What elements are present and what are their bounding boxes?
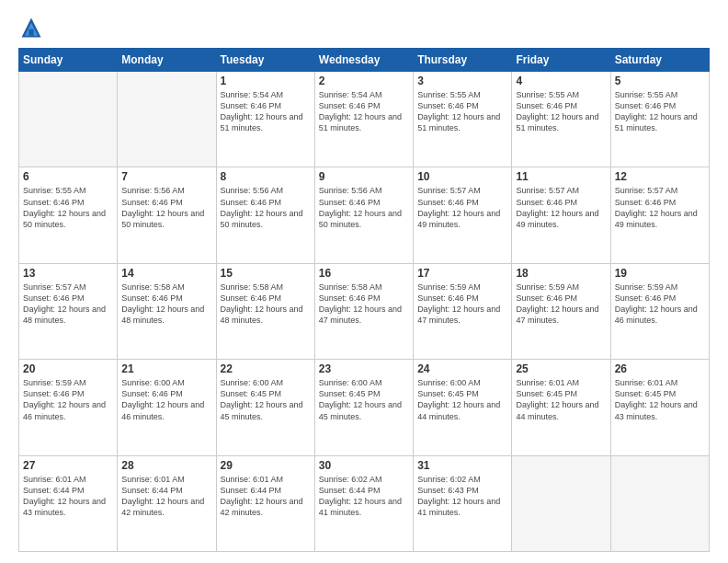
day-info: Sunrise: 5:55 AMSunset: 6:46 PMDaylight:… xyxy=(516,89,606,134)
page: Sunday Monday Tuesday Wednesday Thursday… xyxy=(0,0,728,563)
day-info: Sunrise: 5:58 AMSunset: 6:46 PMDaylight:… xyxy=(319,282,409,327)
table-row: 11Sunrise: 5:57 AMSunset: 6:46 PMDayligh… xyxy=(512,167,610,263)
day-number: 1 xyxy=(221,75,311,87)
day-info: Sunrise: 5:57 AMSunset: 6:46 PMDaylight:… xyxy=(615,185,705,230)
day-number: 31 xyxy=(417,459,507,472)
day-info: Sunrise: 5:55 AMSunset: 6:46 PMDaylight:… xyxy=(23,185,113,230)
day-info: Sunrise: 5:54 AMSunset: 6:46 PMDaylight:… xyxy=(221,89,311,134)
day-info: Sunrise: 5:58 AMSunset: 6:46 PMDaylight:… xyxy=(221,282,311,327)
day-info: Sunrise: 5:59 AMSunset: 6:46 PMDaylight:… xyxy=(417,282,507,327)
table-row: 18Sunrise: 5:59 AMSunset: 6:46 PMDayligh… xyxy=(512,263,610,359)
day-number: 26 xyxy=(615,362,705,375)
day-number: 27 xyxy=(23,459,113,472)
day-number: 16 xyxy=(319,267,409,280)
table-row: 4Sunrise: 5:55 AMSunset: 6:46 PMDaylight… xyxy=(512,72,610,167)
table-row: 1Sunrise: 5:54 AMSunset: 6:46 PMDaylight… xyxy=(216,72,314,167)
table-row: 22Sunrise: 6:00 AMSunset: 6:45 PMDayligh… xyxy=(216,360,314,455)
day-info: Sunrise: 5:57 AMSunset: 6:46 PMDaylight:… xyxy=(23,282,113,327)
table-row: 26Sunrise: 6:01 AMSunset: 6:45 PMDayligh… xyxy=(610,360,709,455)
day-info: Sunrise: 6:02 AMSunset: 6:43 PMDaylight:… xyxy=(417,474,507,519)
day-number: 28 xyxy=(121,459,211,472)
col-friday: Friday xyxy=(512,49,610,72)
col-sunday: Sunday xyxy=(19,49,118,72)
day-info: Sunrise: 6:00 AMSunset: 6:45 PMDaylight:… xyxy=(319,377,409,422)
day-number: 17 xyxy=(417,267,507,280)
day-info: Sunrise: 5:55 AMSunset: 6:46 PMDaylight:… xyxy=(417,89,507,134)
day-number: 13 xyxy=(23,267,113,280)
day-info: Sunrise: 5:57 AMSunset: 6:46 PMDaylight:… xyxy=(516,185,606,230)
table-row: 21Sunrise: 6:00 AMSunset: 6:46 PMDayligh… xyxy=(118,360,216,455)
table-row: 8Sunrise: 5:56 AMSunset: 6:46 PMDaylight… xyxy=(216,167,314,263)
col-saturday: Saturday xyxy=(610,49,709,72)
day-info: Sunrise: 6:01 AMSunset: 6:44 PMDaylight:… xyxy=(221,474,311,519)
day-info: Sunrise: 6:01 AMSunset: 6:45 PMDaylight:… xyxy=(615,377,705,422)
table-row: 2Sunrise: 5:54 AMSunset: 6:46 PMDaylight… xyxy=(314,72,413,167)
day-info: Sunrise: 5:56 AMSunset: 6:46 PMDaylight:… xyxy=(121,185,211,230)
day-number: 6 xyxy=(23,170,113,183)
day-number: 9 xyxy=(319,170,409,183)
table-row: 7Sunrise: 5:56 AMSunset: 6:46 PMDaylight… xyxy=(118,167,216,263)
day-info: Sunrise: 5:57 AMSunset: 6:46 PMDaylight:… xyxy=(417,185,507,230)
svg-rect-2 xyxy=(28,29,33,36)
table-row: 10Sunrise: 5:57 AMSunset: 6:46 PMDayligh… xyxy=(414,167,512,263)
table-row: 6Sunrise: 5:55 AMSunset: 6:46 PMDaylight… xyxy=(19,167,118,263)
day-number: 5 xyxy=(615,75,705,87)
table-row: 25Sunrise: 6:01 AMSunset: 6:45 PMDayligh… xyxy=(512,360,610,455)
table-row xyxy=(118,72,216,167)
col-thursday: Thursday xyxy=(414,49,512,72)
table-row: 24Sunrise: 6:00 AMSunset: 6:45 PMDayligh… xyxy=(414,360,512,455)
table-row xyxy=(610,455,709,551)
day-number: 15 xyxy=(221,267,311,280)
table-row: 31Sunrise: 6:02 AMSunset: 6:43 PMDayligh… xyxy=(414,455,512,551)
day-info: Sunrise: 6:01 AMSunset: 6:45 PMDaylight:… xyxy=(516,377,606,422)
calendar-header-row: Sunday Monday Tuesday Wednesday Thursday… xyxy=(19,49,710,72)
col-wednesday: Wednesday xyxy=(314,49,413,72)
table-row: 20Sunrise: 5:59 AMSunset: 6:46 PMDayligh… xyxy=(19,360,118,455)
day-number: 10 xyxy=(417,170,507,183)
day-number: 24 xyxy=(417,362,507,375)
header xyxy=(18,15,710,40)
day-number: 18 xyxy=(516,267,606,280)
calendar-table: Sunday Monday Tuesday Wednesday Thursday… xyxy=(18,48,710,552)
day-number: 7 xyxy=(121,170,211,183)
table-row: 30Sunrise: 6:02 AMSunset: 6:44 PMDayligh… xyxy=(314,455,413,551)
day-number: 22 xyxy=(221,362,311,375)
day-info: Sunrise: 6:01 AMSunset: 6:44 PMDaylight:… xyxy=(121,474,211,519)
table-row: 23Sunrise: 6:00 AMSunset: 6:45 PMDayligh… xyxy=(314,360,413,455)
day-info: Sunrise: 5:58 AMSunset: 6:46 PMDaylight:… xyxy=(121,282,211,327)
table-row: 13Sunrise: 5:57 AMSunset: 6:46 PMDayligh… xyxy=(19,263,118,359)
table-row: 19Sunrise: 5:59 AMSunset: 6:46 PMDayligh… xyxy=(610,263,709,359)
table-row: 29Sunrise: 6:01 AMSunset: 6:44 PMDayligh… xyxy=(216,455,314,551)
day-info: Sunrise: 6:00 AMSunset: 6:45 PMDaylight:… xyxy=(417,377,507,422)
day-number: 19 xyxy=(615,267,705,280)
table-row: 3Sunrise: 5:55 AMSunset: 6:46 PMDaylight… xyxy=(414,72,512,167)
table-row: 12Sunrise: 5:57 AMSunset: 6:46 PMDayligh… xyxy=(610,167,709,263)
day-number: 3 xyxy=(417,75,507,87)
col-tuesday: Tuesday xyxy=(216,49,314,72)
table-row xyxy=(512,455,610,551)
day-number: 12 xyxy=(615,170,705,183)
day-info: Sunrise: 6:02 AMSunset: 6:44 PMDaylight:… xyxy=(319,474,409,519)
day-number: 14 xyxy=(121,267,211,280)
day-info: Sunrise: 6:01 AMSunset: 6:44 PMDaylight:… xyxy=(23,474,113,519)
day-number: 20 xyxy=(23,362,113,375)
day-number: 4 xyxy=(516,75,606,87)
logo xyxy=(18,15,48,40)
table-row: 17Sunrise: 5:59 AMSunset: 6:46 PMDayligh… xyxy=(414,263,512,359)
day-info: Sunrise: 5:55 AMSunset: 6:46 PMDaylight:… xyxy=(615,89,705,134)
day-info: Sunrise: 5:59 AMSunset: 6:46 PMDaylight:… xyxy=(516,282,606,327)
day-info: Sunrise: 5:56 AMSunset: 6:46 PMDaylight:… xyxy=(221,185,311,230)
day-number: 23 xyxy=(319,362,409,375)
day-number: 29 xyxy=(221,459,311,472)
day-number: 2 xyxy=(319,75,409,87)
table-row: 14Sunrise: 5:58 AMSunset: 6:46 PMDayligh… xyxy=(118,263,216,359)
table-row: 5Sunrise: 5:55 AMSunset: 6:46 PMDaylight… xyxy=(610,72,709,167)
day-number: 21 xyxy=(121,362,211,375)
col-monday: Monday xyxy=(118,49,216,72)
day-number: 30 xyxy=(319,459,409,472)
table-row: 28Sunrise: 6:01 AMSunset: 6:44 PMDayligh… xyxy=(118,455,216,551)
table-row: 16Sunrise: 5:58 AMSunset: 6:46 PMDayligh… xyxy=(314,263,413,359)
day-info: Sunrise: 5:54 AMSunset: 6:46 PMDaylight:… xyxy=(319,89,409,134)
day-info: Sunrise: 5:56 AMSunset: 6:46 PMDaylight:… xyxy=(319,185,409,230)
table-row: 27Sunrise: 6:01 AMSunset: 6:44 PMDayligh… xyxy=(19,455,118,551)
